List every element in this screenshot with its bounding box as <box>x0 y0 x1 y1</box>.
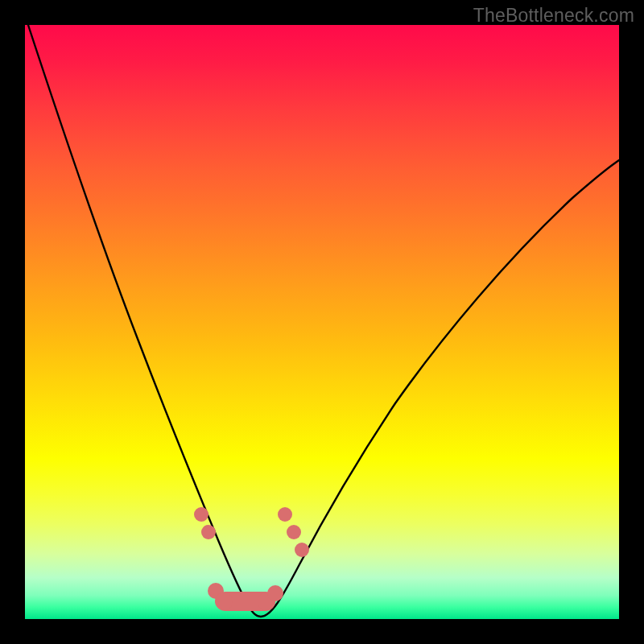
plot-area <box>25 25 619 619</box>
curve-marker <box>295 543 309 557</box>
chart-frame: TheBottleneck.com <box>0 0 644 644</box>
bottleneck-curve <box>27 20 619 617</box>
curve-marker <box>278 507 292 522</box>
curve-marker <box>194 507 208 522</box>
curve-marker <box>215 592 233 610</box>
curve-marker <box>287 525 301 539</box>
curve-marker <box>201 525 216 539</box>
watermark-text: TheBottleneck.com <box>473 5 634 27</box>
curve-marker <box>267 585 283 601</box>
curve-layer <box>25 25 619 619</box>
